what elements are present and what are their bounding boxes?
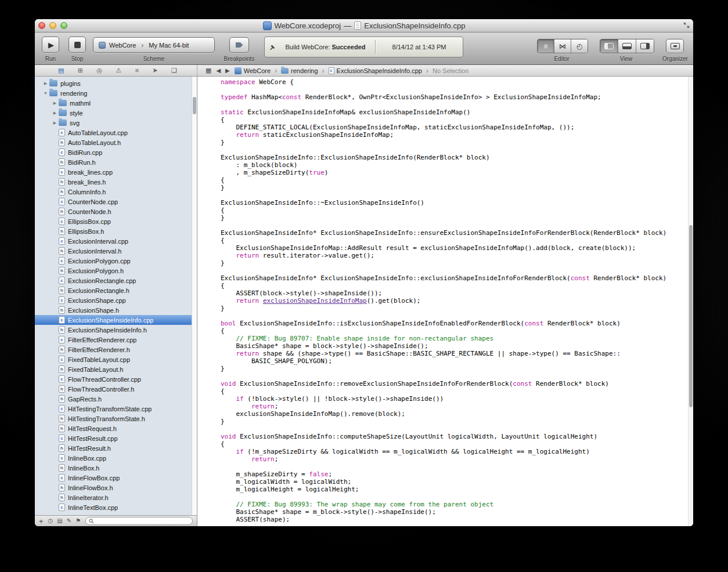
tree-file-row[interactable]: hExclusionPolygon.h (35, 266, 192, 276)
zoom-button[interactable] (60, 22, 67, 29)
add-button[interactable]: + (39, 517, 44, 525)
standard-editor-button[interactable]: ≡ (538, 39, 554, 53)
h-file-icon: h (59, 395, 65, 403)
tree-file-row[interactable]: hExclusionShape.h (35, 305, 192, 315)
issue-navigator-icon[interactable]: ⚠ (116, 67, 121, 74)
search-navigator-icon[interactable]: ◎ (96, 67, 102, 74)
disclosure-triangle-icon[interactable]: ▶ (51, 101, 59, 105)
tree-file-row[interactable]: hInlineFlowBox.h (35, 483, 192, 493)
breadcrumb-item[interactable]: rendering (281, 67, 318, 74)
breakpoints-label: Breakpoints (212, 56, 266, 62)
tree-folder-row[interactable]: ▶plugins (35, 78, 192, 88)
tree-file-row[interactable]: cExclusionShape.cpp (35, 295, 192, 305)
tree-file-row[interactable]: cBidiRun.cpp (35, 147, 192, 157)
tree-file-row[interactable]: cExclusionPolygon.cpp (35, 256, 192, 266)
tree-file-row[interactable]: hGapRects.h (35, 394, 192, 404)
tree-file-row[interactable]: cFilterEffectRenderer.cpp (35, 335, 192, 345)
tree-file-row[interactable]: cInlineBox.cpp (35, 453, 192, 463)
toggle-debug-area-button[interactable] (618, 39, 636, 53)
tree-file-row[interactable]: cHitTestingTransformState.cpp (35, 404, 192, 414)
tree-file-row[interactable]: cAutoTableLayout.cpp (35, 128, 192, 137)
filter-field[interactable] (85, 517, 193, 525)
tree-file-row[interactable]: hHitTestingTransformState.h (35, 414, 192, 423)
source-control-filter-icon[interactable]: ▤ (57, 518, 62, 524)
tree-file-row[interactable]: cHitTestResult.cpp (35, 433, 192, 443)
back-icon[interactable]: ◀ (216, 68, 221, 74)
sidebar-scrollbar[interactable] (192, 77, 197, 515)
tree-file-row[interactable]: cInlineFlowBox.cpp (35, 473, 192, 483)
sidebar-scrollbar-thumb[interactable] (193, 97, 196, 114)
forward-icon[interactable]: ▶ (225, 68, 230, 74)
tree-file-row[interactable]: cExclusionRectangle.cpp (35, 276, 192, 285)
tree-file-row[interactable]: hFlowThreadController.h (35, 384, 192, 394)
tree-file-row[interactable]: cEllipsisBox.cpp (35, 216, 192, 226)
tree-file-row[interactable]: hHitTestResult.h (35, 443, 192, 453)
assistant-editor-button[interactable]: ⋈ (554, 39, 571, 53)
tree-file-row[interactable]: hCounterNode.h (35, 207, 192, 216)
debug-navigator-icon[interactable]: ≡ (135, 67, 139, 74)
breadcrumb-item[interactable]: WebCore (235, 67, 271, 74)
fullscreen-icon[interactable] (683, 22, 690, 28)
code-area[interactable]: namespace WebCore {typedef HashMap<const… (221, 78, 687, 526)
tree-file-row[interactable]: cFixedTableLayout.cpp (35, 354, 192, 364)
disclosure-triangle-icon[interactable]: ▼ (42, 91, 49, 95)
unsaved-files-filter-icon[interactable]: ✎ (67, 518, 71, 524)
toggle-navigator-button[interactable] (600, 39, 618, 53)
tree-file-row[interactable]: hExclusionRectangle.h (35, 285, 192, 295)
tree-folder-row[interactable]: ▶style (35, 108, 192, 118)
tree-file-row[interactable]: hInlineBox.h (35, 463, 192, 473)
folder-icon (49, 90, 57, 96)
editor-scrollbar-thumb[interactable] (689, 225, 693, 407)
organizer-button[interactable] (666, 39, 684, 53)
tree-file-row[interactable]: hExclusionInterval.h (35, 246, 192, 256)
minimize-button[interactable] (49, 22, 56, 29)
source-editor[interactable]: namespace WebCore {typedef HashMap<const… (197, 77, 693, 526)
stop-button[interactable] (69, 37, 86, 53)
tree-file-row[interactable]: cExclusionInterval.cpp (35, 236, 192, 246)
disclosure-triangle-icon[interactable]: ▶ (51, 111, 59, 115)
titlebar[interactable]: WebCore.xcodeproj — ExclusionShapeInside… (35, 19, 693, 32)
breakpoints-button[interactable] (229, 37, 249, 53)
tree-file-row[interactable]: cExclusionShapeInsideInfo.cpp (35, 315, 192, 325)
version-editor-button[interactable]: ◴ (571, 39, 588, 53)
tree-file-row[interactable]: hFilterEffectRenderer.h (35, 345, 192, 354)
tree-file-row[interactable]: cInlineTextBox.cpp (35, 502, 192, 512)
tree-file-row[interactable]: hExclusionShapeInsideInfo.h (35, 325, 192, 335)
tree-folder-row[interactable]: ▼rendering (35, 88, 192, 98)
tree-file-row[interactable]: hInlineIterator.h (35, 493, 192, 502)
close-button[interactable] (38, 22, 45, 29)
cpp-file-icon: c (59, 296, 65, 304)
tree-file-row[interactable]: hHitTestRequest.h (35, 423, 192, 433)
tree-file-row[interactable]: hFixedTableLayout.h (35, 364, 192, 374)
tree-file-row[interactable]: hBidiRun.h (35, 157, 192, 167)
recent-files-filter-icon[interactable]: ◷ (48, 518, 53, 524)
scheme-selector[interactable]: WebCore › My Mac 64-bit (93, 37, 215, 53)
tree-folder-row[interactable]: ▶mathml (35, 98, 192, 108)
tree-item-label: ExclusionInterval.h (68, 248, 121, 255)
related-items-icon[interactable]: ▦ (206, 67, 211, 74)
editor-scrollbar[interactable] (688, 77, 693, 526)
tree-file-row[interactable]: hColumnInfo.h (35, 187, 192, 197)
tree-file-row[interactable]: cbreak_lines.cpp (35, 167, 192, 177)
project-navigator-icon[interactable]: ▤ (58, 67, 64, 74)
toggle-utilities-button[interactable] (636, 39, 654, 53)
activity-viewer[interactable]: Build WebCore: Succeeded 8/14/12 at 1:43… (264, 37, 463, 57)
breadcrumb-item[interactable]: No Selection (433, 67, 468, 74)
tree-file-row[interactable]: hAutoTableLayout.h (35, 137, 192, 147)
code-line: } (221, 139, 687, 146)
flagged-files-filter-icon[interactable]: ⚑ (75, 518, 81, 524)
stop-icon (74, 42, 81, 48)
breadcrumb-item[interactable]: cExclusionShapeInsideInfo.cpp (329, 67, 422, 74)
tree-file-row[interactable]: hbreak_lines.h (35, 177, 192, 187)
tree-file-row[interactable]: cCounterNode.cpp (35, 197, 192, 207)
disclosure-triangle-icon[interactable]: ▶ (42, 81, 49, 85)
filter-input[interactable] (96, 517, 189, 524)
tree-folder-row[interactable]: ▶svg (35, 118, 192, 128)
tree-file-row[interactable]: cFlowThreadController.cpp (35, 374, 192, 384)
disclosure-triangle-icon[interactable]: ▶ (51, 121, 59, 125)
log-navigator-icon[interactable]: ❏ (171, 67, 177, 74)
run-button[interactable]: ▶ (42, 37, 59, 53)
tree-file-row[interactable]: hEllipsisBox.h (35, 226, 192, 236)
breakpoint-navigator-icon[interactable]: ➤ (152, 67, 157, 74)
symbol-navigator-icon[interactable]: ⊞ (78, 67, 83, 74)
